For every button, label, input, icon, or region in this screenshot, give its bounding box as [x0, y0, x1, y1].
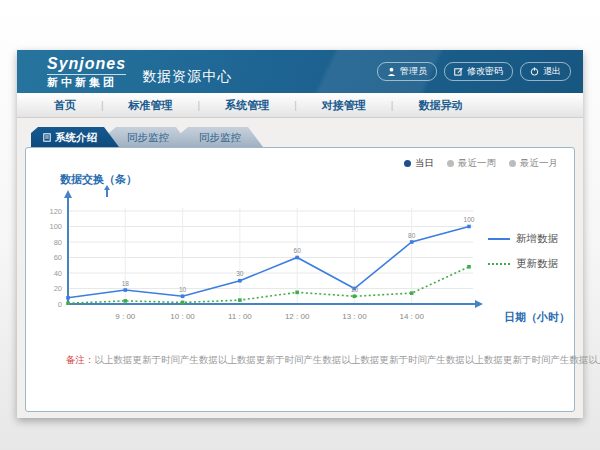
tab-bar: 系统介绍同步监控同步监控 [31, 127, 575, 147]
x-axis-title: 日期（小时） [504, 310, 570, 325]
y-axis-title: 数据交换（条） [60, 172, 137, 187]
time-filter-1[interactable]: 最近一周 [447, 157, 496, 170]
time-filter-label: 当日 [415, 157, 434, 170]
legend-label: 更新数据 [516, 257, 558, 271]
radio-dot-icon [509, 160, 516, 167]
logout-button[interactable]: 退出 [520, 62, 571, 81]
chart-panel: 当日最近一周最近一月 数据交换（条） 0204060801001209 : 00… [25, 147, 575, 412]
footnote-text: 以上数据更新于时间产生数据以上数据更新于时间产生数据以上数据更新于时间产生数据以… [95, 354, 600, 365]
svg-text:11 : 00: 11 : 00 [228, 312, 252, 321]
svg-text:30: 30 [236, 270, 244, 277]
line-chart: 0204060801001209 : 0010 : 0011 : 0012 : … [40, 188, 500, 328]
tab-label: 同步监控 [127, 127, 169, 147]
user-menu: 管理员 修改密码 退出 [377, 62, 571, 81]
footnote: 备注：以上数据更新于时间产生数据以上数据更新于时间产生数据以上数据更新于时间产生… [66, 354, 600, 367]
svg-text:100: 100 [464, 216, 475, 223]
logo-name: Synjones [47, 56, 126, 75]
change-password-button[interactable]: 修改密码 [444, 62, 513, 81]
time-filter-label: 最近一周 [458, 157, 496, 170]
tab-2[interactable]: 同步监控 [181, 127, 263, 147]
admin-button[interactable]: 管理员 [377, 62, 437, 81]
header: Synjones 新中新集团 数据资源中心 管理员 修改密码 [17, 50, 583, 93]
svg-text:60: 60 [294, 247, 302, 254]
admin-label: 管理员 [400, 65, 427, 78]
legend-line-sample [488, 238, 510, 240]
logout-label: 退出 [543, 65, 561, 78]
nav-item-2[interactable]: 系统管理 [200, 98, 294, 113]
svg-text:10: 10 [351, 286, 359, 293]
tab-1[interactable]: 同步监控 [109, 127, 191, 147]
legend-item-1[interactable]: 更新数据 [488, 257, 558, 271]
radio-dot-icon [447, 160, 454, 167]
svg-text:60: 60 [54, 253, 62, 262]
tab-label: 系统介绍 [55, 127, 97, 147]
svg-text:120: 120 [49, 207, 62, 216]
radio-dot-icon [404, 160, 411, 167]
time-filter-0[interactable]: 当日 [404, 157, 434, 170]
tab-label: 同步监控 [199, 127, 241, 147]
svg-text:80: 80 [54, 238, 62, 247]
time-range-filters: 当日最近一周最近一月 [404, 157, 558, 170]
user-icon [387, 67, 396, 76]
legend-line-sample [488, 263, 510, 265]
svg-text:14 : 00: 14 : 00 [399, 312, 424, 321]
tab-0[interactable]: 系统介绍 [31, 127, 119, 147]
legend-item-0[interactable]: 新增数据 [488, 232, 558, 246]
app-window: Synjones 新中新集团 数据资源中心 管理员 修改密码 [17, 50, 583, 418]
navbar: 首页|标准管理|系统管理|对接管理|数据异动 [17, 93, 583, 118]
svg-text:0: 0 [58, 300, 62, 309]
nav-item-1[interactable]: 标准管理 [104, 98, 198, 113]
svg-text:10: 10 [179, 286, 187, 293]
power-icon [530, 67, 539, 76]
nav-item-3[interactable]: 对接管理 [297, 98, 391, 113]
nav-item-4[interactable]: 数据异动 [393, 98, 487, 113]
company-logo: Synjones 新中新集团 [47, 56, 126, 88]
change-password-label: 修改密码 [467, 65, 503, 78]
footnote-separator: ： [85, 354, 95, 365]
edit-icon [454, 67, 463, 76]
footnote-prefix: 备注 [66, 354, 85, 365]
time-filter-2[interactable]: 最近一月 [509, 157, 558, 170]
svg-text:100: 100 [49, 222, 62, 231]
page-title: 数据资源中心 [142, 68, 232, 86]
content-area: 系统介绍同步监控同步监控 当日最近一周最近一月 数据交换（条） 02040608… [17, 118, 583, 412]
svg-text:9 : 00: 9 : 00 [115, 312, 136, 321]
time-filter-label: 最近一月 [520, 157, 558, 170]
svg-text:80: 80 [408, 232, 416, 239]
nav-item-0[interactable]: 首页 [29, 98, 101, 113]
document-icon [43, 133, 51, 142]
logo-subtitle: 新中新集团 [47, 77, 126, 88]
svg-text:12 : 00: 12 : 00 [285, 312, 310, 321]
svg-text:40: 40 [54, 269, 62, 278]
legend-label: 新增数据 [516, 232, 558, 246]
svg-text:10 : 00: 10 : 00 [170, 312, 195, 321]
svg-text:20: 20 [54, 284, 62, 293]
svg-text:13 : 00: 13 : 00 [342, 312, 367, 321]
series-legend: 新增数据更新数据 [488, 232, 558, 271]
svg-text:18: 18 [122, 280, 130, 287]
